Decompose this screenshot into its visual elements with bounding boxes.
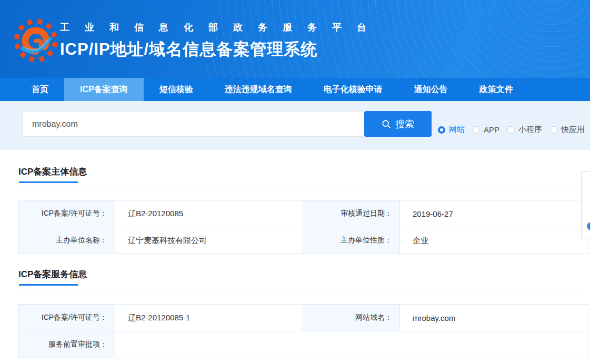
radio-quick-app-circle bbox=[550, 126, 557, 134]
section-title-subject-info: ICP备案主体信息 bbox=[18, 166, 87, 178]
section-title-underline bbox=[19, 284, 78, 286]
radio-mini-program[interactable]: 小程序 bbox=[507, 125, 542, 135]
ministry-subtitle: 工业和信息化部政务服务平台 bbox=[60, 21, 382, 34]
radio-website-label: 网站 bbox=[449, 125, 465, 135]
nav-item-announcements[interactable]: 通知公告 bbox=[398, 78, 464, 101]
radio-mini-program-label: 小程序 bbox=[518, 125, 542, 135]
search-type-radio-group: 网站 APP 小程序 快应用 bbox=[438, 125, 585, 135]
field-value: 辽B2-20120085-1 bbox=[115, 305, 303, 331]
field-label: ICP备案/许可证号： bbox=[19, 200, 115, 227]
nav-item-home[interactable]: 首页 bbox=[16, 78, 64, 101]
nav-item-illegal-domain-query[interactable]: 违法违规域名查询 bbox=[209, 78, 308, 101]
customer-service-icon[interactable] bbox=[587, 222, 590, 230]
radio-quick-app[interactable]: 快应用 bbox=[550, 125, 585, 135]
radio-mini-program-circle bbox=[507, 126, 515, 134]
field-label: 审核通过日期： bbox=[303, 200, 400, 227]
nav-item-electronic-verification[interactable]: 电子化核验申请 bbox=[308, 78, 398, 101]
floating-side-widget[interactable] bbox=[581, 171, 590, 239]
field-label: ICP备案/许可证号： bbox=[19, 305, 115, 331]
field-label: 网站域名： bbox=[303, 305, 400, 331]
search-section: 搜索 网站 APP 小程序 快应用 bbox=[0, 101, 590, 150]
table-row: 服务前置审批项： bbox=[19, 331, 588, 358]
service-info-table: ICP备案/许可证号： 辽B2-20120085-1 网站域名： mrobay.… bbox=[18, 304, 588, 358]
field-label: 主办单位性质： bbox=[303, 227, 400, 254]
miit-gear-e-logo[interactable] bbox=[14, 18, 58, 63]
nav-item-policy-documents[interactable]: 政策文件 bbox=[464, 78, 529, 101]
search-button[interactable]: 搜索 bbox=[364, 111, 432, 137]
field-value: 2019-06-27 bbox=[400, 200, 588, 227]
section-divider bbox=[18, 186, 588, 186]
search-button-label: 搜索 bbox=[395, 118, 414, 130]
radio-quick-app-label: 快应用 bbox=[561, 125, 585, 135]
table-row: ICP备案/许可证号： 辽B2-20120085-1 网站域名： mrobay.… bbox=[19, 305, 588, 331]
radio-app-label: APP bbox=[484, 125, 499, 134]
field-value: 辽宁麦基科技有限公司 bbox=[115, 227, 303, 254]
field-label: 服务前置审批项： bbox=[19, 331, 115, 358]
field-label: 主办单位名称： bbox=[19, 227, 115, 254]
radio-app-circle bbox=[473, 126, 480, 134]
field-value: mrobay.com bbox=[400, 305, 588, 331]
radio-app[interactable]: APP bbox=[473, 125, 499, 134]
nav-item-sms-verify[interactable]: 短信核验 bbox=[144, 78, 209, 101]
section-title-service-info: ICP备案服务信息 bbox=[18, 268, 87, 280]
field-value bbox=[115, 331, 588, 358]
field-value: 辽B2-20120085 bbox=[115, 200, 303, 227]
section-title-underline bbox=[19, 181, 78, 183]
header-banner: 工业和信息化部政务服务平台 ICP/IP地址/域名信息备案管理系统 bbox=[0, 0, 590, 78]
radio-website-circle bbox=[438, 126, 445, 134]
table-row: 主办单位名称： 辽宁麦基科技有限公司 主办单位性质： 企业 bbox=[19, 227, 588, 254]
main-nav: 首页 ICP备案查询 短信核验 违法违规域名查询 电子化核验申请 通知公告 政策… bbox=[0, 78, 590, 101]
section-divider bbox=[18, 289, 588, 289]
field-value: 企业 bbox=[400, 227, 588, 254]
page-title: ICP/IP地址/域名信息备案管理系统 bbox=[60, 38, 382, 60]
magnifier-icon bbox=[382, 119, 391, 129]
radio-website[interactable]: 网站 bbox=[438, 125, 465, 135]
subject-info-table: ICP备案/许可证号： 辽B2-20120085 审核通过日期： 2019-06… bbox=[18, 200, 588, 254]
table-row: ICP备案/许可证号： 辽B2-20120085 审核通过日期： 2019-06… bbox=[19, 200, 588, 227]
search-input[interactable] bbox=[22, 111, 364, 137]
nav-item-icp-query[interactable]: ICP备案查询 bbox=[64, 78, 144, 101]
